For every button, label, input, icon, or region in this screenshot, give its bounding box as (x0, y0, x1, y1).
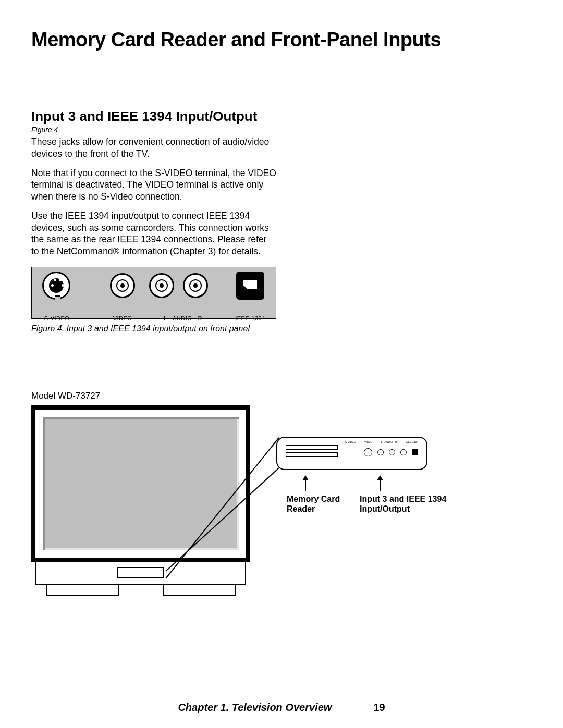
front-panel-diagram: S-VIDEO VIDEO L - AUDIO - R IEEE-1394 (31, 267, 276, 319)
audio-right-jack-icon (183, 273, 208, 298)
figure-reference: Figure 4 (31, 126, 276, 134)
mini-jack-label: S-VIDEO (345, 440, 356, 443)
mini-svideo-icon (364, 448, 372, 456)
mini-rca-icon (377, 449, 384, 455)
video-jack-icon (110, 273, 135, 298)
mini-rca-icon (389, 449, 395, 455)
page-footer: Chapter 1. Television Overview 19 (0, 701, 563, 713)
card-slot-icon (286, 445, 338, 450)
mini-jack-label: L - AUDIO - R (381, 440, 397, 443)
mini-ieee1394-icon (412, 449, 418, 455)
page-title: Memory Card Reader and Front-Panel Input… (31, 29, 532, 51)
left-column: Input 3 and IEEE 1394 Input/Output Figur… (31, 108, 276, 614)
paragraph: Use the IEEE 1394 input/output to connec… (31, 210, 276, 257)
footer-page-number: 19 (373, 701, 385, 713)
jack-label-video: VIDEO (113, 315, 132, 322)
audio-left-jack-icon (149, 273, 174, 298)
mini-jack-label: IEEE-1394 (406, 440, 418, 443)
front-panel-callout: S-VIDEO VIDEO L - AUDIO - R IEEE-1394 (276, 437, 427, 470)
card-slot-icon (286, 452, 338, 457)
jack-label-ieee: IEEE-1394 (235, 315, 265, 322)
ieee1394-port-icon (236, 272, 264, 300)
tv-callout-diagram: S-VIDEO VIDEO L - AUDIO - R IEEE-1394 Me… (31, 405, 532, 614)
mini-jack-label: VIDEO (364, 440, 373, 443)
mini-rca-icon (400, 449, 407, 455)
arrow-icon (380, 476, 381, 491)
front-panel-slot-icon (117, 567, 164, 578)
jack-label-audio: L - AUDIO - R (164, 315, 202, 322)
callout-label-memory-card: Memory Card Reader (287, 494, 354, 514)
paragraph: Note that if you connect to the S-VIDEO … (31, 167, 276, 203)
section-heading: Input 3 and IEEE 1394 Input/Output (31, 108, 276, 125)
paragraph: These jacks allow for convenient connect… (31, 136, 276, 160)
tv-illustration (31, 405, 250, 603)
jack-label-svideo: S-VIDEO (44, 315, 70, 322)
manual-page: Memory Card Reader and Front-Panel Input… (0, 0, 563, 728)
footer-chapter: Chapter 1. Television Overview (178, 701, 332, 713)
section-body: These jacks allow for convenient connect… (31, 136, 276, 257)
callout-label-input3: Input 3 and IEEE 1394 Input/Output (360, 494, 464, 514)
arrow-icon (305, 476, 306, 491)
svideo-jack-icon (42, 272, 70, 300)
figure-caption: Figure 4. Input 3 and IEEE 1394 input/ou… (31, 324, 276, 334)
tv-model-label: Model WD-73727 (31, 391, 276, 401)
